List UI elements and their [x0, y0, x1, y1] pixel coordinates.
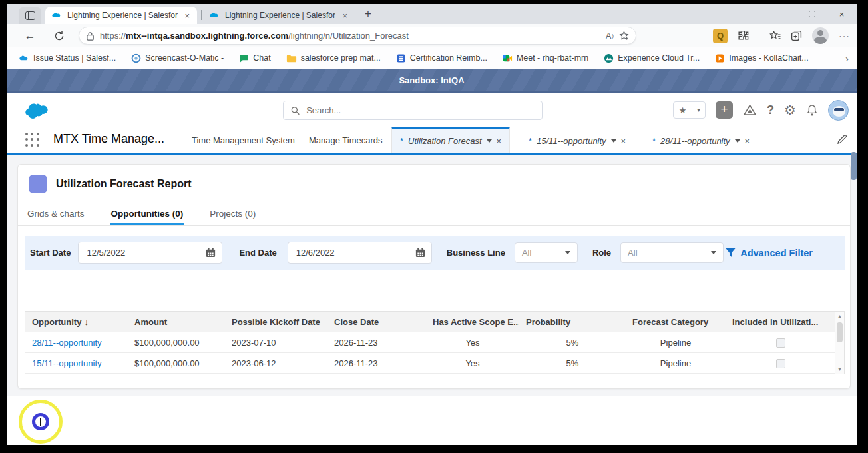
included-checkbox[interactable]: [776, 338, 785, 348]
tab-projects[interactable]: Projects (0): [208, 203, 257, 225]
chevron-down-icon[interactable]: [487, 139, 492, 143]
tab-grids-and-charts[interactable]: Grids & charts: [26, 203, 86, 225]
favorite-star-button[interactable]: ★: [674, 102, 692, 118]
business-line-select[interactable]: All: [515, 242, 578, 263]
business-line-label: Business Line: [447, 248, 505, 258]
browser-scrollbar-thumb[interactable]: [851, 152, 857, 180]
nav-item-time-management-system[interactable]: Time Management System: [192, 127, 295, 153]
nav-tab-28-11-opportunity[interactable]: * 28/11--opportunity ×: [644, 127, 758, 153]
column-header-forecast-category[interactable]: Forecast Category: [626, 317, 726, 327]
amount-cell: $100,000,000.00: [128, 338, 225, 348]
tab-close-icon[interactable]: ×: [341, 11, 349, 21]
browser-profile-avatar[interactable]: [812, 27, 829, 44]
window-maximize-button[interactable]: [797, 4, 827, 24]
column-header-amount[interactable]: Amount: [128, 317, 225, 327]
chevron-down-icon: [711, 251, 716, 254]
favorites-list-icon[interactable]: [769, 30, 781, 41]
calendar-icon[interactable]: [415, 247, 426, 258]
back-button[interactable]: ←: [21, 27, 39, 45]
page-title: Utilization Forecast Report: [56, 178, 192, 190]
salesforce-logo: [25, 101, 55, 121]
chevron-down-icon[interactable]: [735, 139, 740, 143]
guidance-center-icon[interactable]: [743, 104, 757, 117]
bookmark-item[interactable]: Images - KollaChait...: [715, 53, 809, 63]
column-header-opportunity[interactable]: Opportunity↓: [25, 317, 128, 327]
end-date-input[interactable]: [288, 242, 432, 264]
app-launcher-icon[interactable]: [25, 133, 40, 147]
browser-tab-1[interactable]: Lightning Experience | Salesforce ×: [45, 7, 197, 24]
table-header-row: Opportunity↓ Amount Possible Kickoff Dat…: [25, 312, 844, 332]
address-bar[interactable]: https://mtx--intqa.sandbox.lightning.for…: [79, 27, 636, 45]
report-tabs: Grids & charts Opportunities (0) Project…: [18, 203, 850, 226]
new-tab-button[interactable]: +: [359, 6, 377, 22]
tab-actions-menu-button[interactable]: [19, 7, 41, 24]
read-aloud-icon[interactable]: A): [606, 31, 614, 41]
bookmark-item[interactable]: Issue Status | Salesf...: [19, 53, 116, 63]
global-actions-button[interactable]: +: [716, 101, 733, 119]
included-checkbox[interactable]: [776, 359, 785, 368]
favorites-dropdown-button[interactable]: ▾: [692, 102, 705, 118]
refresh-button[interactable]: [51, 27, 68, 45]
folder-favicon: [286, 54, 297, 63]
add-favorite-star-icon[interactable]: [619, 31, 629, 41]
sort-descending-icon: ↓: [84, 317, 89, 327]
help-icon[interactable]: ?: [767, 103, 774, 117]
tab-opportunities[interactable]: Opportunities (0): [110, 203, 185, 225]
salesforce-header: ★ ▾ + ? ⚙: [7, 93, 857, 127]
start-date-field: [78, 242, 222, 264]
overflow-menu-icon[interactable]: ···: [839, 31, 850, 41]
bookmark-item[interactable]: Screencast-O-Matic -: [131, 53, 224, 63]
bookmark-item[interactable]: Experience Cloud Tr...: [604, 53, 700, 63]
nav-tab-close-icon[interactable]: ×: [497, 136, 502, 146]
scroll-up-icon[interactable]: ▲: [837, 314, 842, 318]
table-scrollbar-thumb[interactable]: [837, 322, 843, 342]
opportunity-link[interactable]: 28/11--opportunity: [25, 338, 128, 348]
tab-close-icon[interactable]: ×: [183, 11, 191, 21]
url-text[interactable]: https://mtx--intqa.sandbox.lightning.for…: [100, 31, 600, 41]
role-label: Role: [592, 248, 611, 258]
column-header-active-scope[interactable]: Has Active Scope E...: [426, 317, 519, 327]
url-scheme: https://: [100, 31, 126, 41]
bookmark-item[interactable]: Chat: [239, 53, 270, 63]
extensions-puzzle-icon[interactable]: [738, 30, 749, 41]
nav-tab-15-11-opportunity[interactable]: * 15/11--opportunity ×: [521, 127, 634, 153]
bookmarks-overflow-chevron-icon[interactable]: ›: [845, 53, 849, 64]
chevron-down-icon[interactable]: [611, 139, 616, 143]
column-header-close-date[interactable]: Close Date: [327, 317, 426, 327]
bookmark-item[interactable]: Meet - rhq-rbat-mrn: [503, 53, 588, 63]
table-vertical-scrollbar[interactable]: ▲ ▼: [835, 312, 844, 374]
opportunity-link[interactable]: 15/11--opportunity: [25, 358, 128, 368]
start-date-label: Start Date: [30, 248, 71, 258]
nav-tab-utilization-forecast[interactable]: * Utilization Forecast ×: [391, 127, 510, 153]
edit-nav-pencil-icon[interactable]: [837, 134, 847, 145]
screencast-favicon: [131, 53, 141, 63]
search-input[interactable]: [305, 105, 535, 116]
role-select[interactable]: All: [620, 242, 724, 263]
collections-icon[interactable]: [791, 30, 802, 41]
window-close-button[interactable]: ×: [827, 4, 857, 24]
user-avatar[interactable]: [828, 100, 849, 121]
global-search-box[interactable]: [283, 101, 542, 120]
setup-gear-icon[interactable]: ⚙: [784, 102, 796, 118]
probability-cell: 5%: [519, 358, 626, 368]
scroll-down-icon[interactable]: ▼: [837, 367, 842, 372]
end-date-label: End Date: [239, 248, 276, 258]
nav-item-manage-timecards[interactable]: Manage Timecards: [309, 127, 383, 153]
app-name[interactable]: MTX Time Manage...: [53, 132, 164, 146]
nav-tab-close-icon[interactable]: ×: [621, 136, 626, 146]
bookmark-item[interactable]: salesforce prep mat...: [286, 53, 381, 63]
browser-tab-2[interactable]: Lightning Experience | Salesforce ×: [203, 7, 355, 24]
notifications-bell-icon[interactable]: [806, 104, 818, 117]
nav-tab-close-icon[interactable]: ×: [745, 136, 750, 146]
lock-icon[interactable]: [86, 31, 95, 41]
window-minimize-button[interactable]: –: [767, 4, 797, 24]
advanced-filter-button[interactable]: Advanced Filter: [725, 247, 813, 258]
calendar-icon[interactable]: [205, 247, 216, 258]
bookmark-item[interactable]: Certification Reimb...: [396, 53, 487, 63]
column-header-kickoff-date[interactable]: Possible Kickoff Date: [225, 317, 327, 327]
column-header-included-utilization[interactable]: Included in Utilizati...: [726, 317, 836, 327]
text-cursor-icon: [40, 418, 41, 426]
column-header-probability[interactable]: Probability: [519, 317, 626, 327]
start-date-input[interactable]: [78, 242, 222, 264]
q-extension-icon[interactable]: Q: [713, 29, 728, 43]
